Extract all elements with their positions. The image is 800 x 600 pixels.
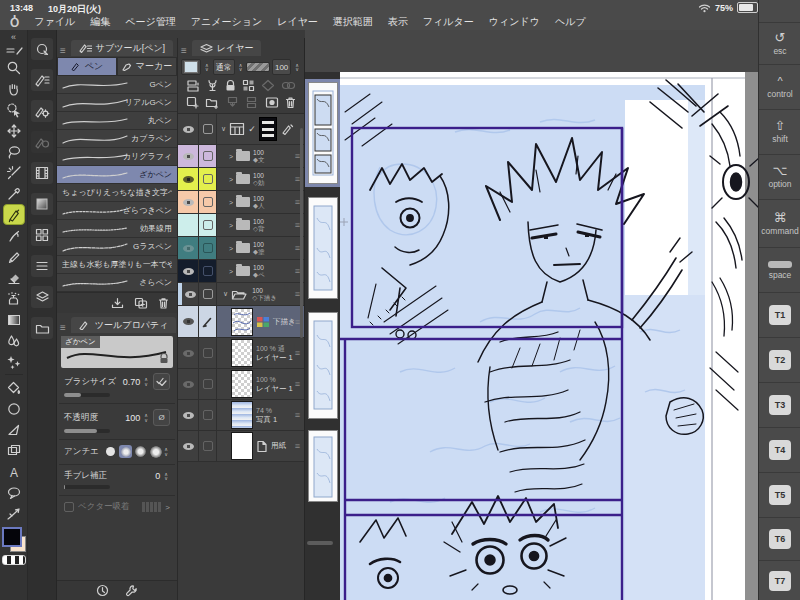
- menu-help[interactable]: ヘルプ: [555, 15, 586, 29]
- tool-operation[interactable]: [3, 99, 25, 120]
- manga-canvas-artwork[interactable]: [340, 72, 758, 600]
- visibility-toggle[interactable]: [178, 191, 199, 213]
- tool-eyedropper[interactable]: [3, 183, 25, 204]
- key-t6[interactable]: T6: [759, 517, 800, 560]
- duplicate-sub-tool-icon[interactable]: [134, 297, 148, 309]
- layer-palette-icon[interactable]: [31, 286, 53, 308]
- pen-item[interactable]: リアルGペン: [57, 94, 177, 112]
- tool-frame-border[interactable]: [3, 440, 25, 461]
- stabilization-stepper[interactable]: ∧∨: [164, 472, 168, 481]
- timeline-palette-icon[interactable]: [31, 162, 53, 184]
- tab-pen[interactable]: ペン: [57, 57, 117, 76]
- layer-panel-menu-icon[interactable]: ≡: [181, 45, 187, 56]
- stabilization-slider[interactable]: [64, 485, 110, 489]
- key-option[interactable]: ⌥ option: [759, 154, 800, 199]
- layer-row-folder[interactable]: > 100◆ペ ≡: [178, 260, 304, 283]
- layer-menu-icon[interactable]: ≡: [295, 348, 300, 358]
- layer-checkbox[interactable]: [199, 191, 217, 213]
- lock-layer-icon[interactable]: [225, 79, 236, 92]
- expand-chevron-icon[interactable]: >: [229, 176, 233, 183]
- tool-pencil[interactable]: [3, 246, 25, 267]
- antialias-weak-selected[interactable]: [119, 445, 132, 458]
- menu-view[interactable]: 表示: [388, 15, 408, 29]
- brush-size-source-button[interactable]: [153, 373, 170, 390]
- material-palette-icon[interactable]: [31, 224, 53, 246]
- layer-checkbox[interactable]: [199, 338, 217, 368]
- key-t7[interactable]: T7: [759, 560, 800, 600]
- visibility-toggle[interactable]: [178, 237, 199, 259]
- pen-item[interactable]: Gラスペン: [57, 238, 177, 256]
- layer-menu-icon[interactable]: ≡: [295, 441, 300, 451]
- tool-balloon[interactable]: [3, 482, 25, 503]
- visibility-toggle[interactable]: [178, 369, 199, 399]
- opacity-slider[interactable]: [64, 429, 110, 433]
- tool-lasso[interactable]: [3, 141, 25, 162]
- tool-stream-line[interactable]: [3, 503, 25, 524]
- visibility-toggle[interactable]: [182, 283, 199, 305]
- opacity-stepper[interactable]: ∧∨: [144, 413, 148, 422]
- reference-layer-icon[interactable]: [261, 79, 275, 92]
- opacity-value[interactable]: 100: [125, 413, 140, 423]
- layer-checkbox[interactable]: [199, 145, 217, 167]
- antialias-middle[interactable]: [134, 445, 147, 458]
- brush-size-slider[interactable]: [64, 393, 110, 397]
- navigator-palette-icon[interactable]: [31, 38, 53, 60]
- menu-filter[interactable]: フィルター: [423, 15, 474, 29]
- sub-tool-panel-tab[interactable]: サブツール[ペン]: [71, 40, 173, 56]
- layer-row-folder[interactable]: > 100◆文 ≡: [178, 145, 304, 168]
- tool-figure[interactable]: [3, 398, 25, 419]
- layer-row-selected[interactable]: 下描き ≡: [178, 306, 304, 338]
- vector-snap-strength[interactable]: [142, 502, 161, 512]
- layer-checkbox[interactable]: [199, 237, 217, 259]
- brush-size-stepper[interactable]: ∧∨: [144, 377, 148, 386]
- brush-preview[interactable]: ざかペン: [61, 336, 173, 368]
- merge-down-icon[interactable]: [245, 96, 258, 109]
- layer-checkbox[interactable]: [199, 400, 217, 430]
- layer-row[interactable]: 100 % レイヤー 1 ≡: [178, 369, 304, 400]
- layer-mask-icon[interactable]: [265, 96, 279, 109]
- pen-item[interactable]: 丸ペン: [57, 112, 177, 130]
- pen-item[interactable]: 効果線用: [57, 220, 177, 238]
- layer-panel-tab[interactable]: レイヤー: [192, 40, 262, 56]
- visibility-toggle[interactable]: [178, 306, 199, 337]
- key-t4[interactable]: T4: [759, 427, 800, 472]
- page-thumbnail-1-selected[interactable]: [308, 82, 338, 184]
- reset-all-icon[interactable]: [96, 584, 109, 597]
- layer-row-folder[interactable]: > 100◆塗 ≡: [178, 237, 304, 260]
- visibility-toggle[interactable]: [178, 260, 199, 282]
- tool-hand[interactable]: [3, 78, 25, 99]
- pen-item[interactable]: 主線も水彩も厚塗りも一本でや: [57, 256, 177, 274]
- main-color-swatch[interactable]: [2, 527, 22, 547]
- layer-row-page-manager[interactable]: ∨ ✓: [178, 114, 304, 145]
- collapse-chevron-icon[interactable]: ∨: [221, 125, 226, 133]
- link-layers-icon[interactable]: [281, 79, 296, 92]
- layer-color-stepper[interactable]: ∧∨: [205, 63, 209, 72]
- tool-text[interactable]: A: [3, 461, 25, 482]
- tool-property-tab[interactable]: ツールプロパティ: [71, 317, 176, 333]
- pen-item[interactable]: ざらつきペン: [57, 202, 177, 220]
- tool-move[interactable]: [3, 120, 25, 141]
- tool-decoration[interactable]: [3, 351, 25, 372]
- layer-scrollbar[interactable]: [300, 128, 303, 338]
- layer-row[interactable]: 100 % 通 レイヤー 1 ≡: [178, 338, 304, 369]
- new-folder-icon[interactable]: [205, 96, 219, 109]
- opacity-source-button[interactable]: Ø: [153, 409, 170, 426]
- layer-checkbox[interactable]: [199, 114, 217, 144]
- vector-snap-checkbox[interactable]: [64, 502, 74, 512]
- toolbox-menu-icon[interactable]: [3, 44, 25, 57]
- layer-color-chip[interactable]: [181, 59, 201, 75]
- key-shift[interactable]: ⇧ shift: [759, 109, 800, 154]
- layer-row-folder[interactable]: > 100◇背 ≡: [178, 214, 304, 237]
- antialias-none[interactable]: [104, 445, 117, 458]
- lock-icon[interactable]: [159, 353, 169, 364]
- pen-item[interactable]: さらペン: [57, 274, 177, 292]
- brush-size-value[interactable]: 0.70: [123, 377, 141, 387]
- vector-snap-expand-icon[interactable]: >: [165, 503, 170, 512]
- clip-studio-logo-icon[interactable]: Ϙ: [10, 15, 19, 29]
- wrench-settings-icon[interactable]: [125, 584, 138, 597]
- page-thumbnail-2[interactable]: [308, 197, 338, 299]
- pen-item[interactable]: ちょっぴりえっちな描き文字ヘ: [57, 184, 177, 202]
- pen-item[interactable]: カブラペン: [57, 130, 177, 148]
- collapse-toolbox-icon[interactable]: «: [3, 30, 25, 44]
- sub-tool-detail-palette-icon[interactable]: [31, 255, 53, 277]
